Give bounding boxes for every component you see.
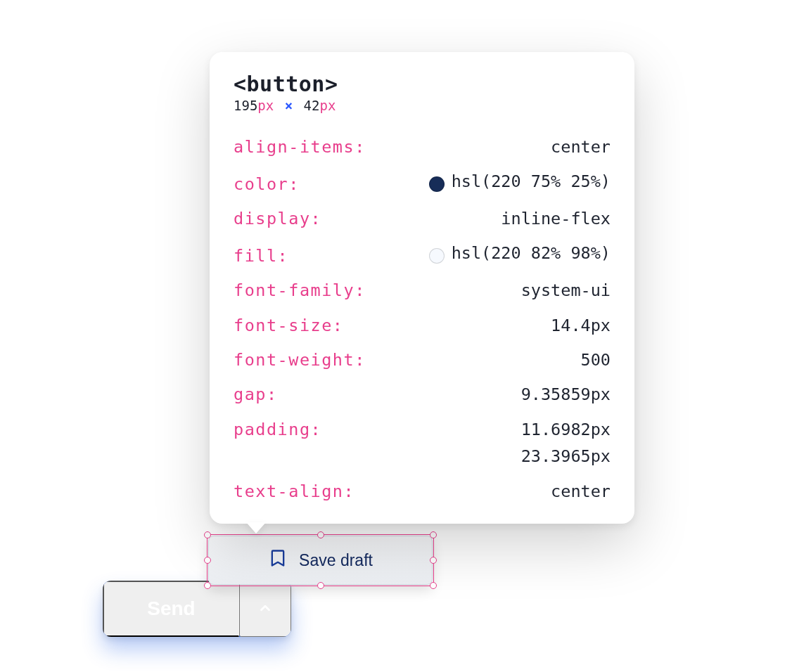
prop-value: 11.6982px 23.3965px [321, 417, 611, 470]
save-draft-label: Save draft [299, 551, 373, 570]
inspector-element-tag: <button> [234, 72, 611, 96]
inspector-dimensions: 195px × 42px [234, 98, 611, 113]
prop-key: font-weight [234, 347, 366, 373]
prop-value: 9.35859px [278, 382, 611, 407]
prop-row: text-align center [234, 479, 611, 504]
prop-value: inline-flex [321, 206, 611, 231]
bookmark-icon [268, 548, 288, 572]
prop-value: hsl(220 75% 25%) [300, 169, 611, 194]
prop-value: 500 [366, 347, 611, 373]
prop-row: align-items center [234, 134, 611, 160]
chevron-up-icon [257, 600, 273, 618]
prop-key: display [234, 206, 321, 231]
prop-value: hsl(220 82% 98%) [288, 240, 611, 266]
prop-row: padding 11.6982px 23.3965px [234, 417, 611, 470]
prop-value: center [355, 479, 611, 504]
prop-value: 14.4px [344, 313, 611, 338]
inspector-panel: <button> 195px × 42px align-items center… [210, 52, 634, 524]
prop-key: color [234, 172, 300, 197]
prop-key: font-size [234, 313, 344, 338]
save-draft-button[interactable]: Save draft [208, 536, 433, 585]
color-swatch-icon [429, 248, 445, 264]
tooltip-pointer-icon [246, 522, 266, 534]
prop-key: fill [234, 243, 288, 269]
send-label: Send [147, 597, 195, 620]
inspector-props-list: align-items center color hsl(220 75% 25%… [234, 134, 611, 504]
dim-height: 42 [304, 98, 320, 113]
prop-row: fill hsl(220 82% 98%) [234, 240, 611, 269]
send-button[interactable]: Send [103, 581, 239, 637]
prop-row: font-weight 500 [234, 347, 611, 373]
prop-value-line: 23.3965px [521, 444, 611, 469]
prop-key: text-align [234, 479, 355, 504]
save-draft-selection: Save draft [208, 536, 433, 585]
prop-row: gap 9.35859px [234, 382, 611, 407]
prop-value-text: hsl(220 75% 25%) [452, 169, 611, 194]
dim-width: 195 [234, 98, 257, 113]
prop-key: font-family [234, 278, 366, 303]
prop-value-text: hsl(220 82% 98%) [452, 240, 611, 266]
prop-value: system-ui [366, 278, 611, 303]
prop-key: gap [234, 382, 278, 407]
prop-key: align-items [234, 134, 366, 160]
prop-row: font-family system-ui [234, 278, 611, 303]
send-more-button[interactable] [239, 581, 291, 637]
dim-unit: px [257, 98, 274, 113]
prop-row: display inline-flex [234, 206, 611, 231]
prop-value-line: 11.6982px [521, 417, 611, 442]
prop-key: padding [234, 417, 321, 442]
dim-times: × [285, 98, 293, 113]
color-swatch-icon [429, 176, 445, 192]
prop-row: color hsl(220 75% 25%) [234, 169, 611, 197]
prop-row: font-size 14.4px [234, 313, 611, 338]
send-button-group: Send [103, 581, 291, 637]
prop-value: center [366, 134, 611, 160]
dim-unit-2: px [319, 98, 336, 113]
